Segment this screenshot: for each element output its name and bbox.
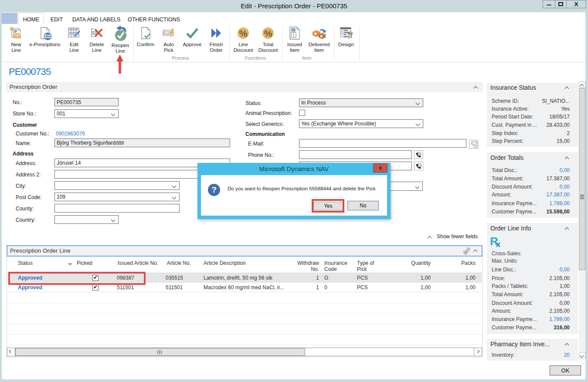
svg-text:1,3,3,3: 1,3,3,3 (164, 32, 171, 34)
svg-text:%: % (264, 28, 272, 38)
svg-text:%: % (239, 28, 248, 38)
